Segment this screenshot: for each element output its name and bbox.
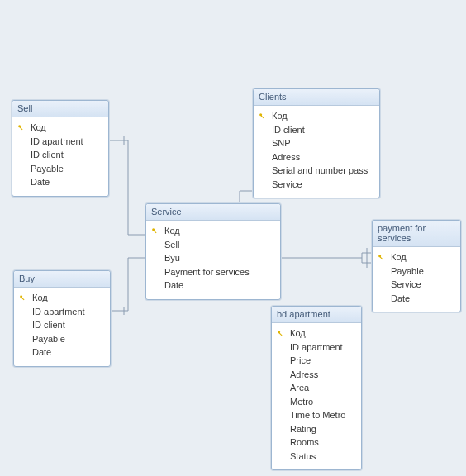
field-row[interactable]: Date <box>151 278 275 293</box>
field-row[interactable]: Payable <box>19 332 105 346</box>
connector-service-payment-1 <box>281 253 372 258</box>
table-payment[interactable]: payment for services Код Payable Service… <box>372 220 461 312</box>
table-header[interactable]: Clients <box>254 89 379 106</box>
table-service[interactable]: Service Код Sell Byu Payment for service… <box>145 203 281 300</box>
field-name: Service <box>272 178 374 192</box>
field-row-pk[interactable]: Код <box>151 224 275 238</box>
field-name: Payable <box>32 332 105 346</box>
field-row[interactable]: Adress <box>259 150 374 164</box>
field-row[interactable]: Payable <box>17 162 103 176</box>
table-header[interactable]: Buy <box>14 271 110 288</box>
key-icon <box>259 112 269 120</box>
field-row[interactable]: Service <box>378 278 455 292</box>
svg-rect-1 <box>20 126 23 130</box>
field-name: Time to Metro <box>290 408 356 422</box>
field-name: Код <box>164 224 275 238</box>
table-body: Код Sell Byu Payment for services Date <box>146 221 280 299</box>
field-row-pk[interactable]: Код <box>17 121 103 135</box>
svg-point-4 <box>152 228 155 231</box>
svg-rect-11 <box>279 332 283 336</box>
field-row[interactable]: Serial and number pass <box>259 164 374 178</box>
field-name: Adress <box>272 150 374 164</box>
table-sell[interactable]: Sell Код ID apartment ID client Payable … <box>12 100 109 197</box>
connector-service-clients <box>240 191 253 203</box>
table-body: Код ID apartment Price Adress Area Metro… <box>272 323 361 469</box>
field-name: ID client <box>31 148 103 162</box>
field-name: Rooms <box>290 436 356 450</box>
field-row[interactable]: Adress <box>277 368 356 382</box>
field-row[interactable]: Date <box>378 292 455 306</box>
connector-sell-service <box>109 140 145 235</box>
field-row[interactable]: Rooms <box>277 436 356 450</box>
field-row[interactable]: ID apartment <box>19 305 105 319</box>
field-name: Adress <box>290 368 356 382</box>
field-row[interactable]: Payable <box>378 264 455 278</box>
table-body: Код ID client SNP Adress Serial and numb… <box>254 106 379 198</box>
field-row[interactable]: Byu <box>151 251 275 265</box>
table-apartment[interactable]: bd apartment Код ID apartment Price Adre… <box>271 306 362 470</box>
field-name: SNP <box>272 136 374 150</box>
field-name: Service <box>391 278 455 292</box>
field-name: Area <box>290 381 356 395</box>
field-row[interactable]: ID client <box>19 318 105 332</box>
table-header[interactable]: payment for services <box>373 221 460 247</box>
field-name: Payment for services <box>164 265 275 279</box>
field-row-pk[interactable]: Код <box>378 250 455 264</box>
field-row[interactable]: SNP <box>259 136 374 150</box>
field-name: Rating <box>290 422 356 436</box>
key-icon <box>277 330 287 337</box>
field-row[interactable]: Date <box>17 175 103 189</box>
svg-point-2 <box>20 295 22 298</box>
field-row[interactable]: ID client <box>259 123 374 137</box>
diagram-canvas: Sell Код ID apartment ID client Payable … <box>0 0 466 476</box>
field-name: ID apartment <box>290 340 356 355</box>
key-icon <box>378 254 388 261</box>
field-name: Date <box>32 345 105 359</box>
table-header[interactable]: bd apartment <box>272 307 361 323</box>
field-name: Код <box>391 250 455 264</box>
field-row-pk[interactable]: Код <box>19 291 105 305</box>
field-row[interactable]: Time to Metro <box>277 408 356 422</box>
table-body: Код ID apartment ID client Payable Date <box>12 117 108 196</box>
field-row-pk[interactable]: Код <box>259 109 374 123</box>
field-row[interactable]: Price <box>277 354 356 368</box>
svg-rect-3 <box>21 297 25 300</box>
table-clients[interactable]: Clients Код ID client SNP Adress Serial … <box>253 88 380 198</box>
field-row[interactable]: Metro <box>277 395 356 409</box>
key-icon <box>151 227 161 235</box>
field-name: Status <box>290 450 356 464</box>
field-name: Payable <box>31 162 103 176</box>
field-row[interactable]: Rating <box>277 422 356 436</box>
field-row[interactable]: Area <box>277 381 356 395</box>
key-icon <box>19 294 29 302</box>
table-header[interactable]: Sell <box>12 101 108 117</box>
field-row[interactable]: Status <box>277 450 356 464</box>
table-header[interactable]: Service <box>146 204 280 221</box>
field-row[interactable]: Service <box>259 178 374 192</box>
field-name: Код <box>290 326 356 340</box>
field-name: Sell <box>164 238 275 252</box>
field-row[interactable]: ID apartment <box>277 340 356 355</box>
connector-buy-service <box>111 258 145 311</box>
field-name: Код <box>272 109 374 123</box>
table-body: Код Payable Service Date <box>373 247 460 312</box>
field-name: ID client <box>272 123 374 137</box>
field-name: Price <box>290 354 356 368</box>
field-name: ID client <box>32 318 105 332</box>
field-name: Metro <box>290 395 356 409</box>
field-name: ID apartment <box>32 305 105 319</box>
field-name: ID apartment <box>31 135 103 149</box>
field-row[interactable]: Payment for services <box>151 265 275 279</box>
field-name: Byu <box>164 251 275 265</box>
field-name: Код <box>31 121 103 135</box>
table-buy[interactable]: Buy Код ID apartment ID client Payable D… <box>13 270 111 367</box>
field-row[interactable]: Date <box>19 345 105 359</box>
svg-rect-9 <box>380 256 383 259</box>
field-row-pk[interactable]: Код <box>277 326 356 340</box>
field-row[interactable]: ID apartment <box>17 135 103 149</box>
svg-rect-7 <box>261 115 264 118</box>
field-name: Date <box>391 292 455 306</box>
field-row[interactable]: ID client <box>17 148 103 162</box>
field-row[interactable]: Sell <box>151 238 275 252</box>
field-name: Date <box>31 175 103 189</box>
